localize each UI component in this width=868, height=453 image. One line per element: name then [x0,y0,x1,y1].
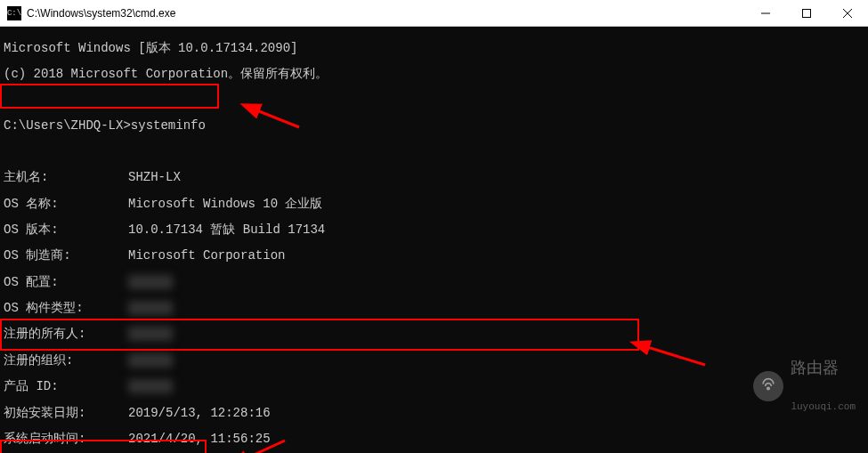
close-button[interactable] [827,0,868,26]
watermark-subtitle: luyouqi.com [791,402,856,413]
row-osbuild: OS 构件类型: [4,302,864,315]
svg-point-7 [767,387,770,390]
minimize-button[interactable] [745,0,786,26]
header-version: Microsoft Windows [版本 10.0.17134.2090] [4,42,864,55]
row-regowner: 注册的所有人: [4,328,864,341]
maximize-button[interactable] [786,0,827,26]
row-boot: 系统启动时间:2021/4/20, 11:56:25 [4,433,864,446]
row-regorg: 注册的组织: [4,354,864,368]
row-osver: OS 版本:10.0.17134 暂缺 Build 17134 [4,223,864,237]
window-titlebar: C:\ C:\Windows\system32\cmd.exe [0,0,868,27]
router-icon [753,371,783,401]
console-output[interactable]: Microsoft Windows [版本 10.0.17134.2090] (… [0,27,868,453]
window-title: C:\Windows\system32\cmd.exe [27,7,745,20]
watermark-title: 路由器 [791,360,856,376]
watermark: 路由器 luyouqi.com [753,333,856,439]
header-copyright: (c) 2018 Microsoft Corporation。保留所有权利。 [4,68,864,81]
row-osmfr: OS 制造商:Microsoft Corporation [4,249,864,263]
row-host: 主机名:SHZH-LX [4,171,864,184]
cmd-icon: C:\ [7,6,21,20]
row-prodid: 产品 ID: [4,380,864,393]
row-oscfg: OS 配置: [4,276,864,289]
row-osname: OS 名称:Microsoft Windows 10 企业版 [4,198,864,211]
command-prompt: C:\Users\ZHDQ-LX>systeminfo [4,119,864,133]
svg-rect-1 [803,9,811,17]
row-install: 初始安装日期:2019/5/13, 12:28:16 [4,407,864,420]
window-controls [745,0,868,26]
